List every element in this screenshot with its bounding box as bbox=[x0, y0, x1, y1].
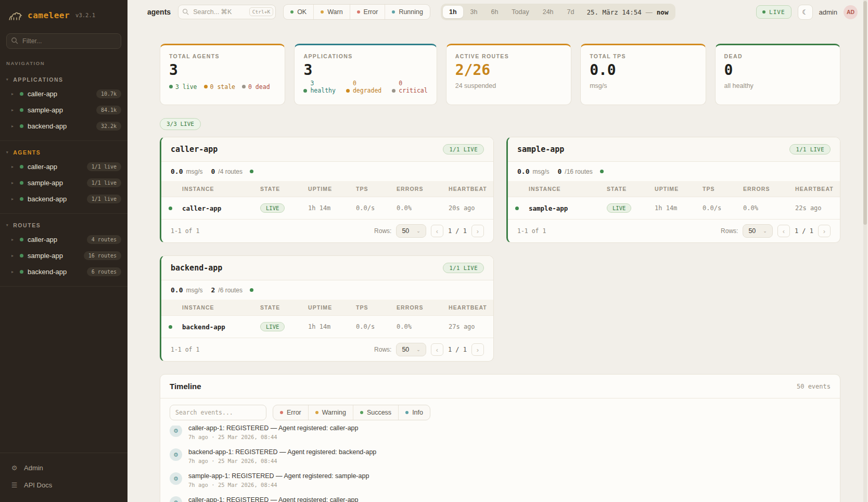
sidebar-item-caller-app[interactable]: ▸ caller-app 10.7k bbox=[0, 86, 127, 102]
routes-total: /6 routes bbox=[218, 287, 242, 294]
timeline-search-input[interactable] bbox=[170, 405, 266, 420]
timeline-event[interactable]: ⚙ backend-app-1: REGISTERED — Agent regi… bbox=[170, 444, 831, 468]
status-dot bbox=[20, 270, 23, 274]
prev-page-button[interactable]: ‹ bbox=[431, 343, 443, 356]
timeline-events-list[interactable]: ⚙ caller-app-1: REGISTERED — Agent regis… bbox=[160, 426, 840, 502]
warn-dot-icon bbox=[321, 10, 324, 14]
col-uptime[interactable]: UPTIME bbox=[652, 181, 699, 197]
health-dot-icon bbox=[250, 288, 253, 292]
rows-value: 50 bbox=[402, 346, 409, 353]
filter-chip-ok[interactable]: OK bbox=[284, 5, 314, 19]
col-heartbeat[interactable]: HEARTBEAT bbox=[445, 300, 493, 316]
timeline-event[interactable]: ⚙ caller-app-1: REGISTERED — Agent regis… bbox=[170, 492, 831, 502]
sidebar-item-label: backend-app bbox=[28, 268, 67, 276]
col-uptime[interactable]: UPTIME bbox=[305, 300, 353, 316]
filter-chip-error[interactable]: Error bbox=[350, 5, 386, 19]
filter-chip-info[interactable]: Info bbox=[399, 405, 430, 420]
filter-chip-running[interactable]: Running bbox=[385, 5, 430, 19]
prev-page-button[interactable]: ‹ bbox=[777, 225, 790, 237]
sidebar-item-badge: 1/1 live bbox=[87, 195, 121, 203]
app-live-badge: 1/1 LIVE bbox=[443, 263, 484, 273]
col-instance[interactable]: INSTANCE bbox=[526, 181, 604, 197]
range-today[interactable]: Today bbox=[505, 6, 535, 18]
filter-chip-warn[interactable]: Warn bbox=[314, 5, 350, 19]
sidebar-item-routes-caller-app[interactable]: ▸ caller-app 4 routes bbox=[0, 231, 127, 248]
range-end-now: now bbox=[657, 8, 669, 16]
page-indicator: 1 / 1 bbox=[448, 227, 467, 235]
rows-per-page-select[interactable]: 50 ⌄ bbox=[743, 224, 772, 238]
sidebar-header-routes[interactable]: ▾ ROUTES bbox=[0, 219, 127, 231]
chip-label: Error bbox=[287, 409, 301, 416]
col-state[interactable]: STATE bbox=[257, 181, 305, 197]
success-dot-icon bbox=[360, 411, 363, 414]
rows-per-page-select[interactable]: 50 ⌄ bbox=[396, 343, 426, 356]
table-row[interactable]: backend-app LIVE 1h 14m 0.0/s 0.0% 27s a… bbox=[161, 316, 493, 338]
prev-page-button[interactable]: ‹ bbox=[431, 225, 443, 237]
range-1h[interactable]: 1h bbox=[443, 6, 463, 18]
live-summary-badge: 3/3 LIVE bbox=[160, 118, 201, 130]
sidebar-footer: ⚙ Admin ☰ API Docs bbox=[0, 453, 127, 502]
timeline-event[interactable]: ⚙ sample-app-1: REGISTERED — Agent regis… bbox=[170, 468, 831, 492]
range-3h[interactable]: 3h bbox=[464, 6, 484, 18]
stat-value: 3 bbox=[169, 62, 276, 79]
chevron-down-icon: ⌄ bbox=[416, 228, 420, 234]
col-heartbeat[interactable]: HEARTBEAT bbox=[792, 181, 840, 197]
col-heartbeat[interactable]: HEARTBEAT bbox=[445, 181, 493, 197]
topbar-right: LIVE ☾ admin AD bbox=[756, 5, 858, 20]
timeline-event[interactable]: ⚙ caller-app-1: REGISTERED — Agent regis… bbox=[170, 426, 831, 444]
col-uptime[interactable]: UPTIME bbox=[305, 181, 353, 197]
col-state[interactable]: STATE bbox=[604, 181, 652, 197]
rows-per-page-select[interactable]: 50 ⌄ bbox=[396, 224, 426, 238]
errors-cell: 0.0% bbox=[393, 197, 445, 220]
section-caret-icon: ▾ bbox=[6, 150, 9, 155]
status-dot bbox=[20, 238, 23, 241]
filter-chip-error[interactable]: Error bbox=[273, 405, 309, 420]
timeline-filter-group: Error Warning Success Info bbox=[273, 405, 430, 420]
sidebar-header-applications[interactable]: ▾ APPLICATIONS bbox=[0, 73, 127, 86]
next-page-button[interactable]: › bbox=[818, 225, 831, 237]
sidebar-filter bbox=[6, 33, 121, 49]
col-tps[interactable]: TPS bbox=[353, 300, 393, 316]
range-6h[interactable]: 6h bbox=[484, 6, 504, 18]
table-row[interactable]: caller-app LIVE 1h 14m 0.0/s 0.0% 20s ag… bbox=[161, 197, 493, 220]
col-errors[interactable]: ERRORS bbox=[393, 181, 445, 197]
app-card-title: caller-app bbox=[171, 145, 218, 154]
theme-toggle-button[interactable]: ☾ bbox=[798, 5, 813, 20]
range-24h[interactable]: 24h bbox=[537, 6, 560, 18]
filter-input[interactable] bbox=[6, 33, 121, 49]
sidebar-item-sample-app[interactable]: ▸ sample-app 84.1k bbox=[0, 102, 127, 118]
live-status-badge[interactable]: LIVE bbox=[756, 5, 792, 19]
sidebar-item-routes-backend-app[interactable]: ▸ backend-app 6 routes bbox=[0, 264, 127, 280]
chevron-right-icon: ▸ bbox=[11, 237, 16, 242]
sidebar-item-backend-app[interactable]: ▸ backend-app 32.2k bbox=[0, 118, 127, 134]
sidebar-item-agent-backend-app[interactable]: ▸ backend-app 1/1 live bbox=[0, 191, 127, 207]
sidebar-item-agent-caller-app[interactable]: ▸ caller-app 1/1 live bbox=[0, 159, 127, 175]
next-page-button[interactable]: › bbox=[471, 225, 484, 237]
col-instance[interactable]: INSTANCE bbox=[179, 300, 257, 316]
page-scrollbar bbox=[863, 0, 867, 502]
sidebar-item-routes-sample-app[interactable]: ▸ sample-app 16 routes bbox=[0, 248, 127, 264]
col-instance[interactable]: INSTANCE bbox=[179, 181, 257, 197]
sidebar-item-agent-sample-app[interactable]: ▸ sample-app 1/1 live bbox=[0, 175, 127, 191]
sidebar-header-agents[interactable]: ▾ AGENTS bbox=[0, 146, 127, 159]
table-row[interactable]: sample-app LIVE 1h 14m 0.0/s 0.0% 22s ag… bbox=[508, 197, 840, 220]
col-state[interactable]: STATE bbox=[257, 300, 305, 316]
sidebar-item-badge: 84.1k bbox=[96, 106, 121, 114]
col-errors[interactable]: ERRORS bbox=[393, 300, 445, 316]
avatar[interactable]: AD bbox=[844, 5, 858, 19]
range-7d[interactable]: 7d bbox=[561, 6, 581, 18]
event-title: sample-app-1: REGISTERED — Agent registe… bbox=[188, 472, 369, 480]
sidebar-item-admin[interactable]: ⚙ Admin bbox=[0, 459, 127, 477]
filter-chip-success[interactable]: Success bbox=[353, 405, 399, 420]
filter-chip-warning[interactable]: Warning bbox=[309, 405, 353, 420]
scrollbar-thumb[interactable] bbox=[863, 1, 867, 225]
col-errors[interactable]: ERRORS bbox=[740, 181, 792, 197]
col-tps[interactable]: TPS bbox=[353, 181, 393, 197]
error-dot-icon bbox=[357, 10, 360, 14]
sidebar-item-api-docs[interactable]: ☰ API Docs bbox=[0, 477, 127, 494]
instance-status-dot bbox=[169, 207, 172, 210]
col-tps[interactable]: TPS bbox=[699, 181, 740, 197]
status-dot bbox=[20, 254, 23, 258]
timeline-card: Timeline 50 events Error Warn bbox=[160, 374, 840, 502]
next-page-button[interactable]: › bbox=[471, 343, 484, 356]
